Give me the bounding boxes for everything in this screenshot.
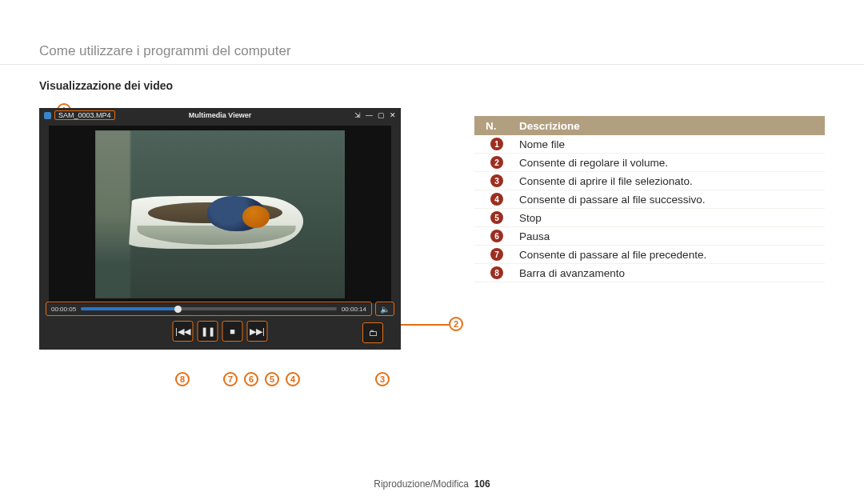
table-row: 7Consente di passare al file precedente. [474,246,825,264]
seek-knob[interactable] [174,306,182,313]
prev-button[interactable]: |◀◀ [173,321,194,342]
row-badge: 4 [490,193,503,206]
footer-section: Riproduzione/Modifica [374,478,469,490]
table-header: N. Descrizione [474,116,825,135]
row-badge: 7 [490,248,503,261]
callout-8: 8 [175,372,190,386]
time-current: 00:00:05 [51,306,76,313]
video-area [49,126,391,303]
row-badge: 6 [490,230,503,242]
table-row: 4Consente di passare al file successivo. [474,190,825,209]
header-number: N. [474,120,519,132]
next-button[interactable]: ▶▶| [247,321,268,342]
section-heading: Visualizzazione dei video [39,79,401,92]
player-figure: 1 Multimedia Viewer SAM_0003.MP4 ⇲ — ▢ ✕ [39,108,401,350]
row-desc: Consente di passare al file precedente. [519,249,825,261]
table-row: 5Stop [474,209,825,227]
row-badge: 1 [490,138,503,150]
row-badge: 8 [490,266,503,279]
page-footer: Riproduzione/Modifica 106 [0,478,864,490]
page-number: 106 [474,478,490,490]
row-desc: Consente di passare al file successivo. [519,194,825,206]
row-badge: 5 [490,211,503,224]
row-badge: 2 [490,156,503,169]
callout-3: 3 [375,372,390,386]
chapter-title: Come utilizzare i programmi del computer [0,0,864,65]
volume-control[interactable]: 🔈 [375,302,394,316]
callout-7: 7 [223,372,238,386]
progress-bar[interactable]: 00:00:05 00:00:14 [46,302,372,316]
row-desc: Barra di avanzamento [519,267,825,279]
row-badge: 3 [490,174,503,187]
callout-2: 2 [449,317,463,331]
pause-button[interactable]: ❚❚ [198,321,218,342]
stop-button[interactable]: ■ [222,321,243,342]
video-frame [95,130,345,298]
callout-6: 6 [244,372,258,386]
time-total: 00:00:14 [342,306,366,313]
row-desc: Nome file [519,138,825,150]
header-description: Descrizione [519,120,825,132]
open-file-button[interactable]: 🗀 [362,322,383,343]
volume-icon: 🔈 [380,305,390,314]
row-desc: Consente di regolare il volume. [519,157,825,169]
callout-4: 4 [286,372,300,386]
media-player-window: Multimedia Viewer SAM_0003.MP4 ⇲ — ▢ ✕ [39,108,401,350]
row-desc: Consente di aprire il file selezionato. [519,175,825,187]
row-desc: Stop [519,212,825,224]
table-row: 6Pausa [474,227,825,246]
titlebar: Multimedia Viewer SAM_0003.MP4 ⇲ — ▢ ✕ [39,108,401,122]
app-title: Multimedia Viewer [39,111,401,119]
description-table: N. Descrizione 1Nome file 2Consente di r… [474,116,825,282]
table-row: 8Barra di avanzamento [474,264,825,282]
row-desc: Pausa [519,230,825,242]
table-row: 3Consente di aprire il file selezionato. [474,172,825,190]
table-row: 2Consente di regolare il volume. [474,154,825,172]
callout-5: 5 [265,372,279,386]
table-row: 1Nome file [474,135,825,154]
seek-track[interactable] [81,307,337,310]
